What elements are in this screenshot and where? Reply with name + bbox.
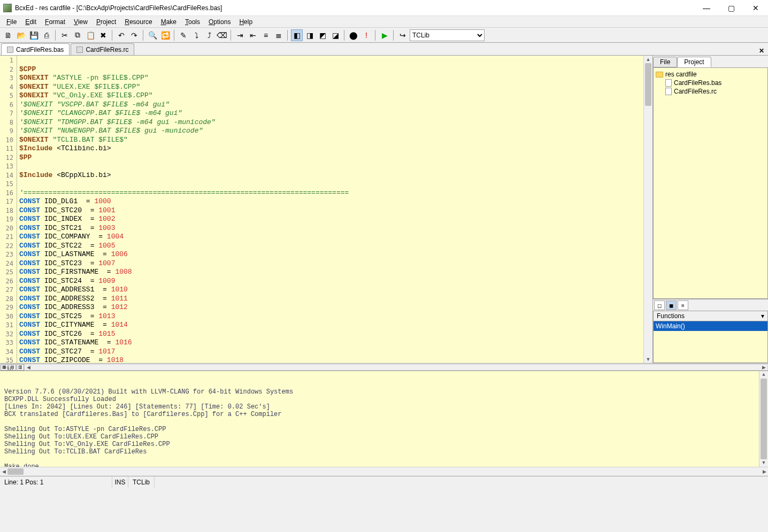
menu-project[interactable]: Project [92,17,120,27]
delete-button[interactable]: ✖ [97,29,109,41]
menu-options[interactable]: Options [204,17,235,27]
code-line: CONST IDC_FIRSTNAME = 1008 [19,268,643,277]
scroll-up-icon[interactable]: ▲ [759,371,768,379]
tab-project[interactable]: Project [677,57,711,67]
scroll-down-icon[interactable]: ▼ [644,356,652,363]
editor-vscrollbar[interactable]: ▲ ▼ [643,56,652,363]
paste-button[interactable]: 📋 [85,29,96,41]
line-number: 28 [0,295,13,304]
bookmark-prev-button[interactable]: ⤴ [203,29,215,41]
line-number: 18 [0,206,13,215]
panel-4-button[interactable]: ◪ [329,29,341,41]
save-button[interactable]: 💾 [28,29,40,41]
tree-file-item[interactable]: CardFileRes.bas [665,79,765,87]
build-button[interactable]: ↪ [397,29,409,41]
undo-button[interactable]: ↶ [116,29,127,41]
maximize-button[interactable]: ▢ [719,0,743,16]
func-view-3-button[interactable]: ≡ [678,300,688,310]
stop-button[interactable]: ! [360,29,372,41]
code-line: CONST IDC_STC24 = 1009 [19,277,643,286]
line-number: 16 [0,189,13,198]
bookmark-button[interactable]: ✎ [178,29,189,41]
close-tab-button[interactable]: ✕ [757,47,766,55]
menu-help[interactable]: Help [235,17,257,27]
cut-button[interactable]: ✂ [59,29,71,41]
line-number: 33 [0,338,13,348]
scroll-right-icon[interactable]: ▶ [760,365,767,370]
menu-tools[interactable]: Tools [181,17,204,27]
code-line: CONST IDC_COMPANY = 1004 [19,233,643,242]
scroll-left-icon[interactable]: ◀ [0,467,7,476]
line-number: 6 [0,101,13,110]
project-tree[interactable]: res cardfile CardFileRes.bas CardFileRes… [653,67,768,299]
menubar: FileEditFormatViewProjectResourceMakeToo… [0,16,768,28]
document-tab[interactable]: CardFileRes.bas [1,43,70,55]
outdent-button[interactable]: ⇤ [247,29,259,41]
code-line: $ONEXIT "ASTYLE -pn $FILE$.CPP" [19,74,643,83]
menu-format[interactable]: Format [41,17,70,27]
open-file-button[interactable]: 📂 [15,29,27,41]
func-view-2-button[interactable]: ◼ [666,300,677,310]
function-item[interactable]: WinMain() [654,321,767,331]
indent-button[interactable]: ⇥ [234,29,246,41]
output-hscrollbar[interactable]: ◀ ▶ [0,467,768,476]
document-tabbar: CardFileRes.basCardFileRes.rc✕ [0,43,768,56]
split-view-3-button[interactable]: ▥ [17,364,24,371]
bookmark-clear-button[interactable]: ⌫ [216,29,228,41]
tab-label: CardFileRes.rc [86,46,128,53]
redo-button[interactable]: ↷ [128,29,140,41]
code-line: $PP [19,153,643,163]
menu-resource[interactable]: Resource [120,17,156,27]
minimize-button[interactable]: — [694,0,719,16]
file-icon [665,79,672,87]
scroll-up-icon[interactable]: ▲ [644,56,652,63]
tab-file[interactable]: File [653,57,677,67]
replace-button[interactable]: 🔁 [159,29,171,41]
panel-2-button[interactable]: ◨ [304,29,316,41]
file-icon [665,88,672,95]
tree-file-item[interactable]: CardFileRes.rc [665,87,765,96]
menu-edit[interactable]: Edit [21,17,41,27]
menu-make[interactable]: Make [157,17,181,27]
bookmark-next-button[interactable]: ⤵ [190,29,202,41]
document-tab[interactable]: CardFileRes.rc [71,43,134,55]
save-all-button[interactable]: ⎙ [41,29,52,41]
panel-1-button[interactable]: ◧ [291,29,303,41]
line-number: 19 [0,215,13,224]
menu-view[interactable]: View [70,17,92,27]
output-vscrollbar[interactable]: ▲ ▼ [759,371,768,467]
line-number: 25 [0,268,13,277]
line-number: 5 [0,91,13,101]
menu-file[interactable]: File [2,17,21,27]
functions-list[interactable]: WinMain() [653,321,768,363]
close-button[interactable]: ✕ [743,0,768,16]
scroll-thumb[interactable] [761,379,767,459]
run-button[interactable]: ▶ [379,29,390,41]
scroll-thumb[interactable] [645,63,651,106]
editor-hscrollbar[interactable]: ◀ ▶ [24,364,768,371]
func-view-1-button[interactable]: ◻ [654,300,665,310]
line-number: 21 [0,233,13,242]
scroll-left-icon[interactable]: ◀ [25,365,32,370]
line-number: 14 [0,171,13,180]
output-panel[interactable]: Version 7.7.6 (08/30/2021) Built with LL… [0,371,768,467]
code-editor[interactable]: $CPP$ONEXIT "ASTYLE -pn $FILE$.CPP"$ONEX… [17,56,643,363]
functions-label[interactable]: Functions ▾ [653,311,768,321]
line-number: 20 [0,224,13,233]
comment-button[interactable]: ≡ [260,29,272,41]
scroll-thumb[interactable] [7,468,24,475]
new-file-button[interactable]: 🗎 [2,29,14,41]
code-line: CONST IDC_STC27 = 1017 [19,348,643,357]
panel-3-button[interactable]: ◩ [317,29,328,41]
copy-button[interactable]: ⧉ [72,29,83,41]
code-line [19,56,643,65]
project-name: res cardfile [665,71,697,78]
compiler-select[interactable]: TCLib [410,29,485,41]
breakpoint-button[interactable]: ⬤ [348,29,359,41]
uncomment-button[interactable]: ≣ [273,29,285,41]
scroll-down-icon[interactable]: ▼ [759,459,768,467]
scroll-right-icon[interactable]: ▶ [761,467,768,476]
find-button[interactable]: 🔍 [147,29,158,41]
code-line [19,180,643,189]
tree-project-root[interactable]: res cardfile [656,70,765,79]
